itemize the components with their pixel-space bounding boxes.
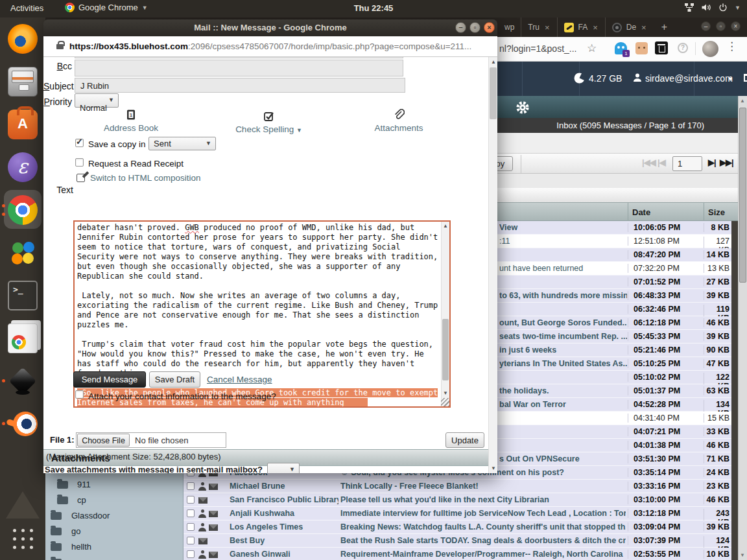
dock-item-showapps[interactable] bbox=[0, 517, 45, 560]
dock-item-emacs[interactable] bbox=[0, 146, 45, 189]
minimize-icon[interactable]: – bbox=[455, 22, 466, 33]
app-menu[interactable]: Google Chrome ▼ bbox=[65, 3, 148, 12]
tab-close-icon[interactable]: × bbox=[641, 23, 647, 32]
new-tab-button[interactable]: + bbox=[654, 21, 675, 33]
scroll-down-icon[interactable]: ▼ bbox=[491, 465, 496, 471]
tab-close-icon[interactable]: × bbox=[592, 23, 599, 32]
switch-html-link[interactable]: Switch to HTML composition bbox=[90, 173, 201, 183]
browser-tab[interactable]: FA× bbox=[557, 18, 605, 37]
folder-item[interactable]: cp bbox=[45, 494, 184, 508]
scrollbar-thumb[interactable] bbox=[739, 108, 746, 283]
bcc-field[interactable] bbox=[75, 60, 403, 76]
send-message-button[interactable]: Send Message bbox=[73, 371, 146, 388]
scrollbar-thumb[interactable] bbox=[442, 319, 449, 380]
address-bar[interactable]: nl?login=1&post_... bbox=[499, 43, 576, 54]
row-checkbox[interactable] bbox=[187, 482, 195, 490]
maximize-icon[interactable]: ▫ bbox=[716, 21, 726, 31]
message-row[interactable]: Best BuyBeat the Rush Sale starts TODAY.… bbox=[184, 534, 731, 548]
message-subject[interactable]: :11 bbox=[499, 237, 627, 246]
row-checkbox[interactable] bbox=[187, 509, 195, 517]
message-subject[interactable]: seats two-time incumbent Rep. ... bbox=[499, 332, 627, 341]
message-row[interactable]: Anjali KushwahaImmediate interview for f… bbox=[184, 507, 731, 520]
message-subject[interactable]: Requirement-Mainframe Developer/Programm… bbox=[340, 550, 626, 559]
message-subject[interactable]: unt have been returned bbox=[499, 264, 627, 273]
cancel-message-link[interactable]: Cancel Message bbox=[207, 375, 272, 384]
last-page-icon[interactable]: ▶▶| bbox=[720, 158, 733, 167]
row-checkbox[interactable] bbox=[187, 537, 195, 544]
compose-address-bar[interactable]: https://box435.bluehost.com:2096/cpsess4… bbox=[43, 36, 497, 57]
date-column-header[interactable]: Date bbox=[632, 207, 650, 217]
dock-item-clover[interactable] bbox=[0, 231, 45, 274]
save-attachments-select[interactable]: ▼Yes bbox=[267, 463, 300, 473]
row-checkbox[interactable] bbox=[187, 550, 195, 558]
message-subject[interactable]: bal War on Terror bbox=[499, 400, 627, 409]
scroll-down-icon[interactable]: ▼ bbox=[740, 552, 745, 558]
save-draft-button[interactable]: Save Draft bbox=[149, 371, 200, 388]
address-book-button[interactable]: 1 Address Book bbox=[102, 109, 160, 133]
first-page-icon[interactable]: |◀◀ bbox=[642, 158, 656, 167]
textarea-scrollbar[interactable]: ▲ ▼ bbox=[441, 222, 449, 406]
browser-menu-icon[interactable]: ⋮ bbox=[726, 40, 737, 53]
message-row[interactable]: Michael BruneThink Locally - Free Fleece… bbox=[184, 480, 731, 493]
close-icon[interactable]: × bbox=[484, 22, 495, 33]
read-receipt-checkbox[interactable] bbox=[75, 158, 84, 167]
trash-extension-icon[interactable] bbox=[655, 41, 668, 54]
file-input[interactable]: Choose File No file chosen bbox=[76, 432, 226, 448]
tab-close-icon[interactable]: × bbox=[544, 23, 551, 32]
subject-field[interactable]: J Rubin bbox=[75, 78, 405, 93]
dock-item-terminal[interactable] bbox=[0, 274, 45, 317]
row-checkbox[interactable] bbox=[187, 523, 195, 531]
folder-item[interactable]: Glassdoor bbox=[45, 509, 184, 524]
attach-contact-checkbox[interactable] bbox=[75, 390, 84, 399]
account-menu[interactable]: sirdave@sirdave.com bbox=[645, 73, 733, 84]
bookmark-star-icon[interactable]: ☆ bbox=[587, 41, 597, 55]
message-subject[interactable]: in just 6 weeks bbox=[499, 345, 627, 355]
message-subject[interactable]: ount, But George Soros Funded... bbox=[499, 318, 627, 327]
message-row[interactable]: Los Angeles TimesBreaking News: Watchdog… bbox=[184, 520, 731, 534]
message-subject[interactable]: the holidays. bbox=[499, 386, 627, 395]
prev-page-icon[interactable]: |◀ bbox=[658, 158, 665, 167]
clock[interactable]: Thu 22:45 bbox=[354, 3, 394, 13]
help-icon[interactable]: ? bbox=[678, 43, 688, 53]
cc-field-partial[interactable] bbox=[75, 57, 403, 58]
dock-item-inkscape[interactable] bbox=[0, 360, 45, 402]
chevron-down-icon[interactable]: ▼ bbox=[728, 76, 733, 82]
message-row[interactable]: Ganesh GinwaliRequirement-Mainframe Deve… bbox=[184, 548, 731, 560]
message-subject[interactable]: Immediate interview for fulltime job Ser… bbox=[340, 509, 626, 518]
gear-icon[interactable] bbox=[516, 100, 530, 115]
message-subject[interactable]: View bbox=[499, 223, 627, 232]
update-button[interactable]: Update bbox=[445, 432, 484, 448]
dock-item-blender[interactable] bbox=[0, 402, 45, 445]
maximize-icon[interactable]: ▫ bbox=[469, 22, 480, 33]
message-subject[interactable]: to 63, with hundreds more missing bbox=[499, 291, 627, 300]
size-column-header[interactable]: Size bbox=[708, 207, 725, 217]
message-row[interactable]: San Francisco Public LibraryPlease tell … bbox=[184, 493, 731, 507]
next-page-icon[interactable]: ▶| bbox=[708, 158, 716, 167]
message-subject[interactable]: Beat the Rush Sale starts TODAY. Snag de… bbox=[340, 536, 626, 545]
message-subject[interactable]: Please tell us what you'd like in the ne… bbox=[340, 495, 626, 504]
resize-grip[interactable] bbox=[441, 398, 449, 406]
scroll-down-icon[interactable]: ▼ bbox=[443, 390, 448, 396]
scroll-up-icon[interactable]: ▲ bbox=[443, 223, 448, 229]
folder-item[interactable]: go bbox=[45, 525, 184, 539]
scroll-up-icon[interactable]: ▲ bbox=[740, 98, 745, 104]
message-subject[interactable]: yterians In The United States As... bbox=[499, 359, 627, 368]
row-checkbox[interactable] bbox=[187, 496, 195, 504]
minimize-icon[interactable]: – bbox=[701, 21, 711, 31]
ghost-extension-icon[interactable]: 1 bbox=[615, 42, 627, 54]
dock-item-chromeapp[interactable] bbox=[0, 317, 45, 360]
browser-tab[interactable]: Tru× bbox=[521, 18, 556, 37]
choose-file-button[interactable]: Choose File bbox=[77, 434, 130, 447]
browser-tab[interactable]: De× bbox=[605, 18, 654, 37]
dock-item-cabinet[interactable] bbox=[0, 60, 45, 103]
activities-button[interactable]: Activities bbox=[10, 3, 43, 13]
save-copy-checkbox[interactable] bbox=[75, 139, 84, 147]
scroll-up-icon[interactable]: ▲ bbox=[491, 59, 496, 65]
system-tray[interactable]: ▼ bbox=[684, 3, 741, 12]
profile-avatar[interactable] bbox=[702, 41, 718, 57]
page-scrollbar[interactable]: ▲ ▼ bbox=[738, 96, 747, 560]
save-copy-select[interactable]: ▼Sent bbox=[148, 137, 216, 150]
dock-item-chrome[interactable] bbox=[0, 189, 45, 231]
dock-item-firefox[interactable] bbox=[0, 18, 45, 60]
check-spelling-button[interactable]: Check Spelling ▼ bbox=[231, 110, 306, 134]
